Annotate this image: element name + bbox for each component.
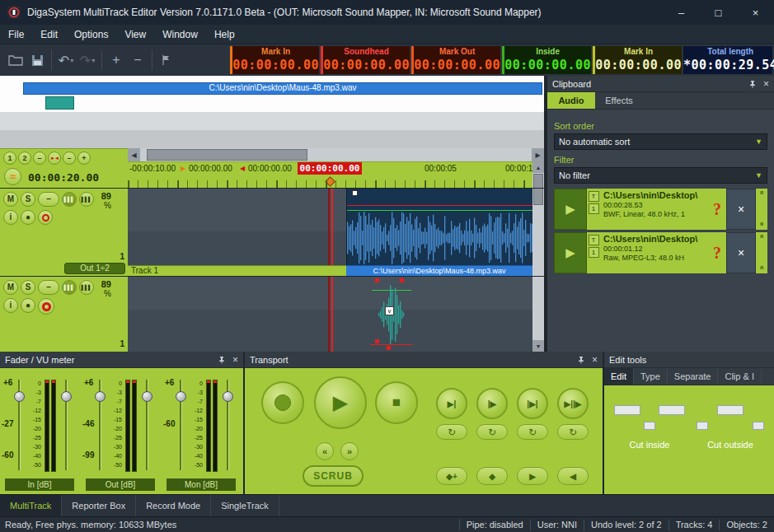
goto-marker-button[interactable] xyxy=(156,49,177,72)
fader-slider-left[interactable] xyxy=(14,380,25,470)
fader-handle[interactable] xyxy=(95,391,106,402)
menu-file[interactable]: File xyxy=(0,25,32,44)
solo-button[interactable]: S xyxy=(21,280,35,295)
wave-mode-button[interactable]: ≈ xyxy=(4,168,21,185)
chevrons-up-icon[interactable]: » xyxy=(758,267,766,269)
menu-options[interactable]: Options xyxy=(66,25,116,44)
tab-audio[interactable]: Audio xyxy=(547,92,595,109)
record-arm-button[interactable] xyxy=(38,298,54,315)
mute-button[interactable]: M xyxy=(3,192,18,207)
mute-button[interactable]: M xyxy=(3,280,18,295)
fast-forward-button[interactable]: » xyxy=(340,442,359,460)
info-button[interactable]: i xyxy=(3,210,18,225)
tab-effects[interactable]: Effects xyxy=(595,92,643,109)
overview-clip-block[interactable] xyxy=(45,96,74,110)
add-button[interactable]: + xyxy=(106,49,127,72)
play-to-mark-button[interactable]: ▶| xyxy=(436,388,467,419)
loop-button[interactable]: ↻ xyxy=(476,424,508,440)
waveform-view-button[interactable]: ▌▌▌ xyxy=(79,280,94,295)
close-button[interactable]: × xyxy=(737,0,774,25)
loop-button[interactable]: ↻ xyxy=(436,424,467,440)
stop-button[interactable]: ■ xyxy=(375,381,418,424)
horizontal-scrollbar[interactable]: ◀ ▶ xyxy=(128,148,544,161)
scroll-up-button[interactable]: ▲ xyxy=(532,161,544,173)
record-arm-button[interactable] xyxy=(38,210,53,225)
tab-singletrack[interactable]: SingleTrack xyxy=(211,495,279,516)
mark-out-marker-icon[interactable]: ◀ xyxy=(240,165,245,172)
zoom-in-button[interactable]: + xyxy=(77,152,91,165)
previous-marker-button[interactable]: ◀ xyxy=(557,467,589,485)
play-from-mark-button[interactable]: |▶ xyxy=(476,388,508,419)
next-marker-button[interactable]: ▶ xyxy=(517,467,548,485)
clip-edit-handle[interactable] xyxy=(375,339,379,343)
track1-clip-label[interactable]: C:\Users\nin\Desktop\Maus-48.mp3.wav xyxy=(346,265,532,276)
zoom-minus-button[interactable]: – xyxy=(33,152,46,165)
scrub-button[interactable]: SCRUB xyxy=(303,465,364,487)
cut-outside-button[interactable]: Cut outside xyxy=(693,397,767,494)
mark-in-marker-icon[interactable]: ▶ xyxy=(181,165,185,172)
waveform-view-button[interactable]: ▌▌▌ xyxy=(79,192,94,207)
open-button[interactable] xyxy=(5,49,26,72)
tab-record-mode[interactable]: Record Mode xyxy=(136,495,211,516)
cut-inside-button[interactable]: Cut inside xyxy=(612,397,687,494)
tab-clip[interactable]: Clip & I xyxy=(718,368,761,385)
play-around-button[interactable]: ▶||▶ xyxy=(557,388,589,419)
fader-slider-right[interactable] xyxy=(61,380,72,470)
add-marker-button[interactable]: ◆+ xyxy=(436,467,467,485)
clip-handle[interactable] xyxy=(352,190,358,196)
info-button[interactable]: i xyxy=(3,298,18,313)
fader-handle[interactable] xyxy=(61,391,72,402)
tab-separate[interactable]: Separate xyxy=(668,368,719,385)
scroll-right-button[interactable]: ▶ xyxy=(532,148,544,161)
play-selection-button[interactable]: |▶| xyxy=(517,388,548,419)
remove-button[interactable]: − xyxy=(127,49,148,72)
filter-select[interactable]: No filter ▼ xyxy=(554,167,767,184)
solo-button[interactable]: S xyxy=(21,192,35,207)
chevrons-up-icon[interactable]: » xyxy=(758,223,766,226)
remove-clip-button[interactable]: × xyxy=(726,189,756,230)
track2-lane[interactable]: v xyxy=(128,277,532,352)
pin-icon[interactable] xyxy=(577,356,585,364)
clipboard-item[interactable]: ▶ T 1 C:\Users\nin\Desktop\ 00:00:28.53 … xyxy=(554,189,767,230)
lock-button[interactable]: ● xyxy=(21,210,35,225)
sort-order-select[interactable]: No automatic sort ▼ xyxy=(554,133,767,150)
zoom-out-button[interactable]: – xyxy=(63,152,76,165)
tab-type[interactable]: Type xyxy=(634,368,668,385)
close-panel-icon[interactable]: × xyxy=(592,354,598,366)
menu-window[interactable]: Window xyxy=(154,25,206,44)
meter-view-button[interactable]: ▌▌▌ xyxy=(62,280,77,295)
zoom-to-marks-button[interactable]: ►◄ xyxy=(48,152,61,165)
undo-button[interactable]: ↶▾ xyxy=(55,49,77,72)
track1-lane[interactable]: Track 1 C:\Users\nin\Desktop\Maus-48.mp3… xyxy=(128,189,532,276)
fader-slider-left[interactable] xyxy=(95,380,106,470)
audio-clip-waveform[interactable] xyxy=(346,189,532,266)
fader-handle[interactable] xyxy=(142,391,152,402)
clip-volume-marker[interactable]: v xyxy=(385,306,394,315)
fader-slider-left[interactable] xyxy=(176,380,186,470)
clip-edit-handle[interactable] xyxy=(400,278,404,282)
close-panel-icon[interactable]: × xyxy=(763,78,769,90)
scroll-left-button[interactable]: ◀ xyxy=(128,148,140,161)
collapse-button[interactable]: – xyxy=(38,280,59,295)
track1-output-button[interactable]: Out 1÷2 xyxy=(64,263,125,274)
minimize-button[interactable]: – xyxy=(663,0,700,25)
play-clip-button[interactable]: ▶ xyxy=(554,232,587,273)
menu-edit[interactable]: Edit xyxy=(32,25,66,44)
fader-handle[interactable] xyxy=(14,391,25,402)
remove-clip-button[interactable]: × xyxy=(726,232,756,273)
clipboard-item[interactable]: ▶ T 1 C:\Users\nin\Desktop\ 00:00:01.12 … xyxy=(554,232,767,273)
save-button[interactable] xyxy=(26,49,48,72)
menu-view[interactable]: View xyxy=(116,25,154,44)
tab-edit[interactable]: Edit xyxy=(604,368,634,385)
record-button[interactable] xyxy=(261,381,304,424)
track1-name-bar[interactable]: Track 1 xyxy=(128,265,346,276)
play-clip-button[interactable]: ▶ xyxy=(554,189,587,230)
marker-button[interactable]: ◆ xyxy=(476,467,508,485)
close-panel-icon[interactable]: × xyxy=(232,354,238,366)
tab-multitrack[interactable]: MultiTrack xyxy=(0,495,62,516)
chevrons-up-icon[interactable]: » xyxy=(758,236,766,238)
redo-button[interactable]: ↷▾ xyxy=(77,49,98,72)
horizontal-scroll-thumb[interactable] xyxy=(147,149,307,161)
fader-handle[interactable] xyxy=(223,391,233,402)
pin-icon[interactable] xyxy=(218,356,226,364)
